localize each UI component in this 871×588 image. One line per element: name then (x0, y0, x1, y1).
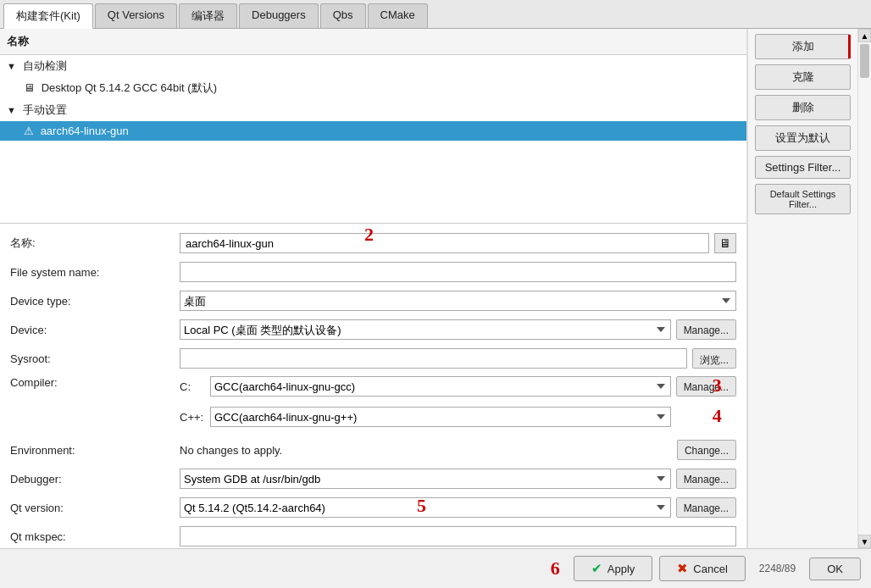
c-compiler-row: C: GCC(aarch64-linux-gnu-gcc) 3 (180, 376, 671, 397)
qt-version-control: Qt 5.14.2 (Qt5.14.2-aarch64) Manage... (180, 497, 736, 518)
name-control: 🖥 (180, 233, 736, 253)
apply-label: Apply (607, 563, 635, 575)
annotation-6: 6 (551, 557, 560, 580)
tab-cmake[interactable]: CMake (368, 3, 428, 28)
sysroot-browse-button[interactable]: 浏览... (692, 348, 736, 369)
right-sidebar: 添加 克隆 删除 设置为默认 Settings Filter... Defaul… (747, 29, 857, 548)
device-type-row: Device type: 桌面 (10, 290, 736, 312)
kit-tree: 名称 ▼ 自动检测 🖥 Desktop Qt 5.14.2 GCC 64bit … (0, 29, 746, 224)
device-select[interactable]: Local PC (桌面 类型的默认设备) (180, 319, 671, 340)
debugger-row: Debugger: System GDB at /usr/bin/gdb Man… (10, 468, 736, 490)
device-manage-button[interactable]: Manage... (676, 319, 736, 340)
monitor-button[interactable]: 🖥 (714, 233, 736, 253)
add-button[interactable]: 添加 (755, 34, 851, 59)
tree-item-aarch64[interactable]: ⚠ aarch64-linux-gun (0, 121, 746, 141)
filesystem-label: File system name: (10, 266, 180, 279)
compiler-row: Compiler: C: GCC(aarch64-linux-gnu-gcc) … (10, 376, 736, 432)
annotation-4: 4 (713, 405, 722, 427)
compiler-label: Compiler: (10, 376, 180, 389)
scrollbar[interactable]: ▲ ▼ (857, 29, 871, 548)
tab-bar: 构建套件(Kit) Qt Versions 编译器 Debuggers Qbs … (0, 0, 871, 29)
warning-icon: ⚠ (24, 125, 37, 137)
sysroot-input[interactable] (180, 348, 687, 369)
qt-version-label: Qt version: (10, 502, 180, 514)
scroll-thumb[interactable] (860, 44, 869, 78)
detail-form: 名称: 🖥 2 File system name: Device type: (0, 224, 746, 548)
filesystem-input[interactable] (180, 262, 736, 282)
settings-filter-button[interactable]: Settings Filter... (755, 156, 851, 179)
qt-version-select[interactable]: Qt 5.14.2 (Qt5.14.2-aarch64) (180, 497, 671, 518)
clone-button[interactable]: 克隆 (755, 64, 851, 90)
qt-mkspec-control (180, 526, 736, 546)
debugger-control: System GDB at /usr/bin/gdb Manage... (180, 469, 736, 489)
tab-compiler[interactable]: 编译器 (179, 3, 237, 28)
scroll-up[interactable]: ▲ (858, 29, 871, 42)
cancel-label: Cancel (693, 563, 727, 575)
name-label: 名称: (10, 236, 180, 251)
compiler-control: C: GCC(aarch64-linux-gnu-gcc) 3 C++: GCC… (180, 376, 671, 432)
qt-version-row: Qt version: Qt 5.14.2 (Qt5.14.2-aarch64)… (10, 496, 736, 519)
tree-header: 名称 (0, 29, 746, 55)
tab-debuggers[interactable]: Debuggers (239, 3, 319, 28)
sysroot-row: Sysroot: 浏览... (10, 347, 736, 369)
cpp-compiler-select[interactable]: GCC(aarch64-linux-gnu-g++) (210, 407, 671, 427)
debugger-label: Debugger: (10, 473, 180, 485)
cpp-compiler-row: C++: GCC(aarch64-linux-gnu-g++) 4 (180, 407, 671, 427)
cancel-x-icon: ✖ (677, 561, 688, 576)
ok-button[interactable]: OK (809, 557, 861, 580)
tree-item-desktop[interactable]: 🖥 Desktop Qt 5.14.2 GCC 64bit (默认) (0, 77, 746, 99)
environment-control: No changes to apply. Change... (180, 440, 736, 460)
device-type-select[interactable]: 桌面 (180, 291, 736, 311)
name-row: 名称: 🖥 2 (10, 232, 736, 254)
tab-kit[interactable]: 构建套件(Kit) (3, 3, 93, 29)
device-control: Local PC (桌面 类型的默认设备) Manage... (180, 319, 736, 340)
device-type-label: Device type: (10, 295, 180, 308)
sysroot-control: 浏览... (180, 348, 736, 369)
tree-item-desktop-label: Desktop Qt 5.14.2 GCC 64bit (默认) (42, 81, 217, 94)
c-compiler-select[interactable]: GCC(aarch64-linux-gnu-gcc) (210, 376, 671, 397)
qt-mkspec-label: Qt mkspec: (10, 530, 180, 543)
sysroot-label: Sysroot: (10, 352, 180, 365)
page-indicator: 2248/89 (759, 563, 796, 574)
qt-mkspec-input[interactable] (180, 526, 736, 546)
name-input[interactable] (180, 233, 709, 253)
environment-value: No changes to apply. (180, 444, 672, 457)
device-type-control: 桌面 (180, 291, 736, 311)
tree-expand-manual: ▼ (7, 105, 16, 115)
default-settings-filter-button[interactable]: Default Settings Filter... (755, 184, 851, 214)
desktop-icon: 🖥 (24, 81, 38, 94)
tree-group-auto[interactable]: ▼ 自动检测 (0, 55, 746, 77)
delete-button[interactable]: 删除 (755, 95, 851, 120)
device-row: Device: Local PC (桌面 类型的默认设备) Manage... (10, 319, 736, 341)
tree-expand-auto: ▼ (7, 61, 16, 71)
tree-group-manual[interactable]: ▼ 手动设置 (0, 99, 746, 121)
apply-button[interactable]: ✔ Apply (574, 556, 653, 581)
filesystem-control (180, 262, 736, 282)
compiler-manage-button[interactable]: Manage... (676, 376, 736, 397)
environment-change-button[interactable]: Change... (677, 440, 736, 460)
tree-item-aarch64-label: aarch64-linux-gun (41, 125, 129, 137)
filesystem-row: File system name: (10, 261, 736, 283)
cpp-compiler-label: C++: (180, 411, 210, 424)
tree-group-manual-label: 手动设置 (23, 103, 67, 116)
bottom-bar: 6 ✔ Apply ✖ Cancel 2248/89 OK (0, 548, 871, 588)
ok-label: OK (827, 563, 843, 575)
cancel-button[interactable]: ✖ Cancel (659, 556, 745, 581)
qt-mkspec-row: Qt mkspec: (10, 525, 736, 547)
qt-version-manage-button[interactable]: Manage... (676, 497, 736, 518)
device-label: Device: (10, 324, 180, 336)
c-compiler-label: C: (180, 380, 210, 393)
debugger-manage-button[interactable]: Manage... (676, 469, 736, 489)
tab-qt-versions[interactable]: Qt Versions (95, 3, 177, 28)
tree-group-auto-label: 自动检测 (23, 59, 67, 72)
environment-row: Environment: No changes to apply. Change… (10, 439, 736, 461)
apply-check-icon: ✔ (591, 561, 602, 576)
environment-label: Environment: (10, 444, 180, 457)
scroll-down[interactable]: ▼ (858, 535, 871, 548)
debugger-select[interactable]: System GDB at /usr/bin/gdb (180, 469, 671, 489)
tab-qbs[interactable]: Qbs (320, 3, 366, 28)
set-default-button[interactable]: 设置为默认 (755, 125, 851, 151)
